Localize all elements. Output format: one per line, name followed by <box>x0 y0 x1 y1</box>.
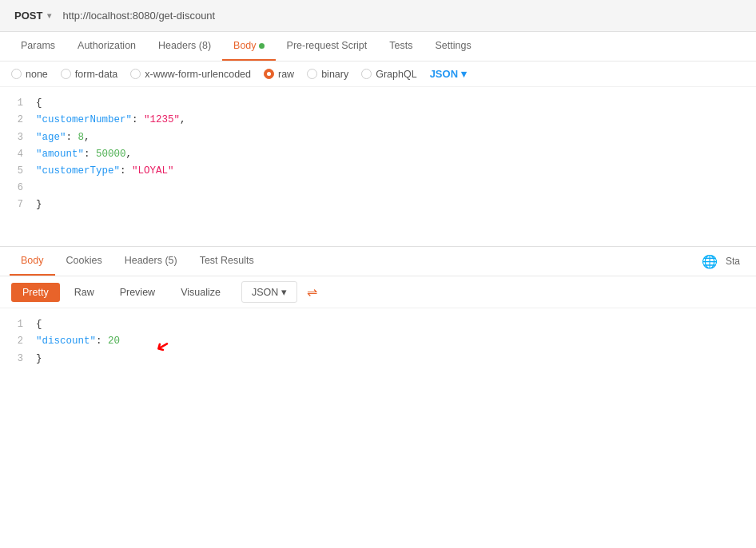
body-dot <box>259 43 265 49</box>
code-line-7: 7 } <box>0 197 756 213</box>
globe-icon: 🌐 <box>702 254 718 269</box>
status-label: Sta <box>726 256 740 267</box>
resp-line-1: 1 { <box>0 316 756 333</box>
method-chevron-icon: ▾ <box>47 11 51 20</box>
resp-tab-headers[interactable]: Headers (5) <box>113 247 189 276</box>
code-line-2: 2 "customerNumber": "1235", <box>0 112 756 129</box>
subtab-preview[interactable]: Preview <box>109 283 166 302</box>
tab-authorization[interactable]: Authorization <box>66 32 147 61</box>
method-label: POST <box>14 10 42 22</box>
body-type-row: none form-data x-www-form-urlencoded raw… <box>0 62 756 87</box>
tab-prerequest[interactable]: Pre-request Script <box>276 32 379 61</box>
body-type-graphql[interactable]: GraphQL <box>361 69 416 80</box>
resp-line-3: 3 } <box>0 351 756 367</box>
code-line-5: 5 "customerType": "LOYAL" <box>0 163 756 180</box>
code-line-1: 1 { <box>0 95 756 112</box>
radio-raw <box>264 69 274 79</box>
tab-tests[interactable]: Tests <box>378 32 424 61</box>
subtab-pretty[interactable]: Pretty <box>11 283 60 302</box>
url-bar: POST ▾ <box>0 0 756 32</box>
json-select[interactable]: JSON ▾ <box>430 68 467 80</box>
status-area: 🌐 Sta <box>702 254 746 269</box>
code-line-6: 6 <box>0 180 756 196</box>
radio-graphql <box>361 69 372 79</box>
code-line-3: 3 "age": 8, <box>0 129 756 146</box>
response-body: 1 { 2 "discount": 20 3 } ➜ <box>0 308 756 375</box>
request-tabs: Params Authorization Headers (8) Body Pr… <box>0 32 756 62</box>
body-type-none[interactable]: none <box>11 69 48 80</box>
tab-settings[interactable]: Settings <box>424 32 482 61</box>
response-json-chevron-icon: ▾ <box>281 286 287 298</box>
body-type-formdata[interactable]: form-data <box>61 69 118 80</box>
tab-headers[interactable]: Headers (8) <box>147 32 222 61</box>
code-line-4: 4 "amount": 50000, <box>0 146 756 163</box>
resp-tab-cookies[interactable]: Cookies <box>55 247 113 276</box>
url-input[interactable] <box>62 10 746 22</box>
subtab-raw[interactable]: Raw <box>63 283 105 302</box>
resp-tab-body[interactable]: Body <box>10 247 55 276</box>
tab-body[interactable]: Body <box>222 32 276 61</box>
radio-binary <box>307 69 317 79</box>
json-chevron-icon: ▾ <box>461 68 467 80</box>
subtab-visualize[interactable]: Visualize <box>169 283 232 302</box>
body-type-urlencoded[interactable]: x-www-form-urlencoded <box>130 69 251 80</box>
body-type-raw[interactable]: raw <box>264 69 294 80</box>
response-sub-tabs: Pretty Raw Preview Visualize JSON ▾ ⇌ <box>0 276 756 308</box>
resp-line-2: 2 "discount": 20 <box>0 333 756 350</box>
response-json-btn[interactable]: JSON ▾ <box>241 281 297 303</box>
response-section: Body Cookies Headers (5) Test Results 🌐 … <box>0 247 756 375</box>
request-body-editor[interactable]: 1 { 2 "customerNumber": "1235", 3 "age":… <box>0 87 756 247</box>
radio-none <box>11 69 22 79</box>
radio-formdata <box>61 69 71 79</box>
tab-params[interactable]: Params <box>10 32 66 61</box>
method-select[interactable]: POST ▾ <box>10 6 56 25</box>
wrap-icon[interactable]: ⇌ <box>307 284 317 300</box>
radio-urlencoded <box>130 69 141 79</box>
response-tabs: Body Cookies Headers (5) Test Results 🌐 … <box>0 247 756 276</box>
body-type-binary[interactable]: binary <box>307 69 348 80</box>
resp-tab-testresults[interactable]: Test Results <box>189 247 265 276</box>
